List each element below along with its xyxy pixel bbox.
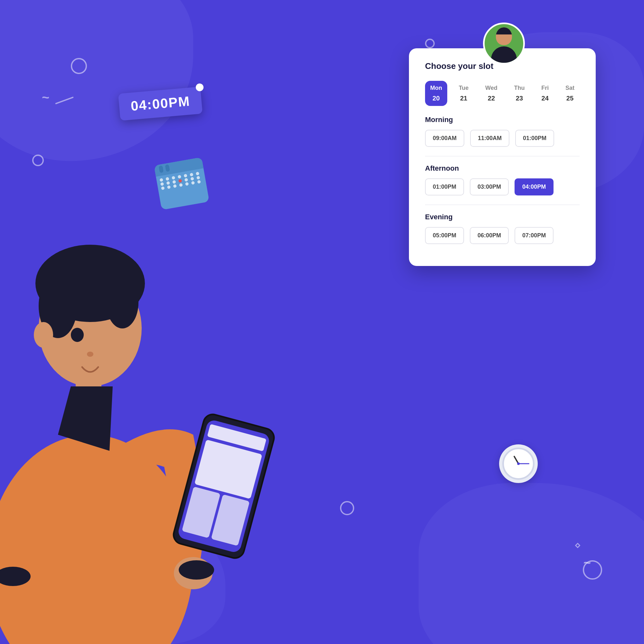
day-col-mon[interactable]: Mon20	[425, 81, 447, 106]
day-num: 23	[516, 95, 523, 102]
days-row: Mon20Tue21Wed22Thu23Fri24Sat25	[425, 81, 580, 106]
day-num: 24	[542, 95, 549, 102]
day-name: Thu	[514, 85, 525, 91]
slot-btn-09-00AM[interactable]: 09:00AM	[425, 130, 464, 147]
day-col-thu[interactable]: Thu23	[509, 81, 530, 106]
svg-point-8	[34, 322, 53, 348]
time-tag-dot	[195, 83, 204, 91]
time-tag-label: 04:00PM	[130, 93, 191, 114]
day-name: Sat	[565, 85, 574, 91]
slot-btn-04-00PM[interactable]: 04:00PM	[515, 178, 554, 195]
divider	[425, 204, 580, 205]
day-name: Mon	[430, 85, 442, 91]
calendar-icon	[154, 157, 210, 213]
slot-btn-01-00PM[interactable]: 01:00PM	[515, 130, 554, 147]
sections-container: Morning09:00AM11:00AM01:00PMAfternoon01:…	[425, 116, 580, 244]
day-num: 20	[432, 95, 440, 102]
day-col-wed[interactable]: Wed22	[480, 81, 503, 106]
day-col-fri[interactable]: Fri24	[536, 81, 554, 106]
deco-circle-5	[425, 39, 435, 48]
slot-btn-05-00PM[interactable]: 05:00PM	[425, 227, 464, 244]
day-name: Tue	[459, 85, 469, 91]
slots-row-afternoon: 01:00PM03:00PM04:00PM	[425, 178, 580, 195]
section-label-evening: Evening	[425, 213, 580, 221]
slot-btn-11-00AM[interactable]: 11:00AM	[470, 130, 509, 147]
day-name: Fri	[541, 85, 549, 91]
avatar	[483, 23, 525, 64]
slots-row-evening: 05:00PM06:00PM07:00PM	[425, 227, 580, 244]
svg-point-5	[106, 277, 138, 328]
deco-wave-2: ~	[583, 555, 589, 570]
day-name: Wed	[485, 85, 497, 91]
day-num: 21	[460, 95, 467, 102]
deco-circle-3	[340, 501, 354, 515]
svg-point-11	[179, 560, 214, 580]
booking-card: Choose your slot Mon20Tue21Wed22Thu23Fri…	[409, 48, 596, 266]
day-col-tue[interactable]: Tue21	[454, 81, 474, 106]
section-label-afternoon: Afternoon	[425, 164, 580, 173]
bg-blob-3	[419, 483, 644, 644]
deco-wave-1: ~	[42, 90, 48, 105]
day-num: 25	[566, 95, 573, 102]
day-col-sat[interactable]: Sat25	[560, 81, 580, 106]
section-label-morning: Morning	[425, 116, 580, 124]
day-num: 22	[488, 95, 495, 102]
slot-btn-07-00PM[interactable]: 07:00PM	[515, 227, 554, 244]
deco-circle-1	[71, 58, 87, 74]
slot-btn-03-00PM[interactable]: 03:00PM	[470, 178, 509, 195]
svg-point-6	[71, 328, 84, 342]
divider	[425, 156, 580, 156]
slot-btn-06-00PM[interactable]: 06:00PM	[470, 227, 509, 244]
slot-btn-01-00PM[interactable]: 01:00PM	[425, 178, 464, 195]
clock-icon	[499, 444, 538, 483]
slots-row-morning: 09:00AM11:00AM01:00PM	[425, 130, 580, 147]
svg-point-7	[87, 352, 93, 357]
